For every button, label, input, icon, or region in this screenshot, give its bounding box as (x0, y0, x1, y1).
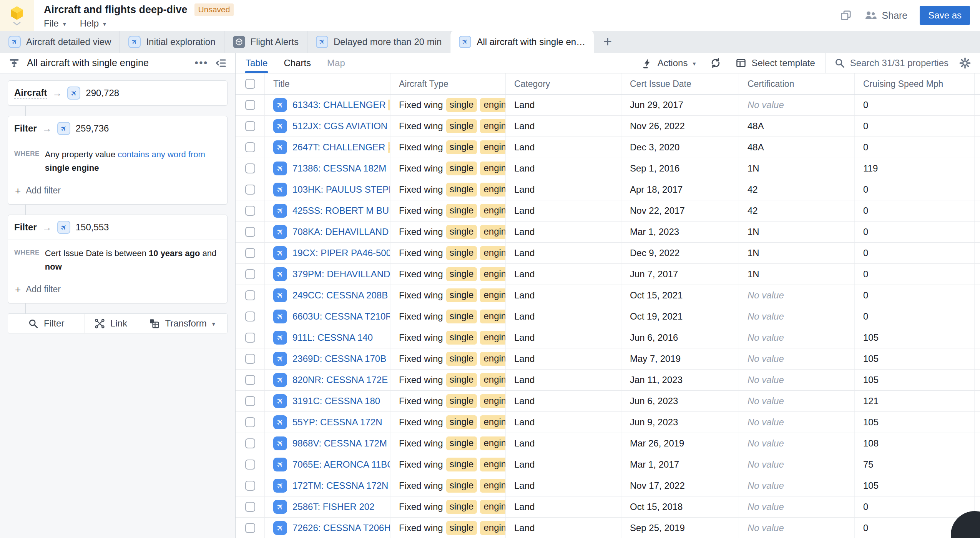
transform-node-button[interactable]: Transform▾ (137, 314, 227, 333)
column-header-cruising-speed-mph[interactable]: Cruising Speed Mph (855, 73, 975, 94)
workbook-tab-label: All aircraft with single en… (477, 37, 585, 47)
select-all-checkbox[interactable] (245, 79, 255, 89)
add-tab-button[interactable]: + (594, 31, 621, 53)
row-checkbox[interactable] (245, 311, 255, 321)
row-checkbox[interactable] (245, 417, 255, 427)
row-checkbox-cell (236, 116, 265, 137)
row-checkbox[interactable] (245, 206, 255, 216)
column-header-overflow (975, 73, 980, 94)
object-link[interactable]: 512JX: CGS AVIATION SING (292, 121, 390, 132)
title-text: 6603U: CESSNA T210R (292, 311, 390, 321)
result-count: 290,728 (86, 88, 119, 98)
table-row: ✈9868V: CESSNA 172MFixed wingsingleengin… (236, 433, 980, 454)
row-checkbox[interactable] (245, 227, 255, 237)
row-checkbox[interactable] (245, 523, 255, 533)
object-link[interactable]: 19CX: PIPER PA46-500TP (292, 248, 390, 258)
save-as-button[interactable]: Save as (920, 6, 970, 25)
column-header-aircraft-type[interactable]: Aircraft Type (390, 73, 506, 94)
column-header-certification[interactable]: Certification (739, 73, 855, 94)
card-label[interactable]: Aircraft (14, 87, 47, 99)
filter-node-button[interactable]: Filter (8, 314, 85, 333)
card-header[interactable]: Filter→✈150,553 (8, 215, 227, 240)
object-link[interactable]: 249CC: CESSNA 208B (292, 290, 388, 301)
row-checkbox[interactable] (245, 142, 255, 152)
link-node-button[interactable]: Link (85, 314, 138, 333)
row-checkbox[interactable] (245, 100, 255, 110)
object-link[interactable]: 2586T: FISHER 202 (292, 501, 374, 512)
cell-cert-issue-date: Mar 26, 2019 (621, 433, 739, 454)
object-link[interactable]: 172TM: CESSNA 172N (292, 480, 388, 491)
row-checkbox[interactable] (245, 163, 255, 173)
workbook-tab[interactable]: ✈Initial exploration (120, 31, 224, 53)
row-checkbox[interactable] (245, 354, 255, 364)
actions-button[interactable]: Actions ▾ (635, 53, 703, 73)
type-text: Fixed wing (399, 269, 443, 280)
search-highlight: engine (480, 267, 506, 281)
view-tab-charts[interactable]: Charts (284, 53, 311, 73)
copy-icon[interactable] (840, 10, 852, 21)
object-link[interactable]: 9868V: CESSNA 172M (292, 438, 387, 449)
object-link[interactable]: 7065E: AERONCA 11BC (292, 459, 390, 470)
clause-segment[interactable]: contains any word from (118, 150, 205, 159)
row-checkbox[interactable] (245, 185, 255, 195)
add-filter-button[interactable]: +Add filter (14, 273, 221, 299)
object-link[interactable]: 72626: CESSNA T206H (292, 523, 390, 533)
menu-help[interactable]: Help▾ (80, 18, 106, 29)
object-link[interactable]: 71386: CESSNA 182M (292, 163, 386, 174)
row-checkbox[interactable] (245, 481, 255, 491)
row-checkbox[interactable] (245, 502, 255, 512)
collapse-panel-icon[interactable] (215, 57, 227, 69)
airplane-icon: ✈ (273, 162, 287, 175)
object-link[interactable]: 820NR: CESSNA 172E (292, 375, 388, 385)
object-link[interactable]: 3191C: CESSNA 180 (292, 396, 380, 406)
cell-overflow (975, 412, 980, 433)
select-template-button[interactable]: Select template (728, 53, 822, 73)
type-text: Fixed wing (399, 353, 443, 364)
object-link[interactable]: 61343: CHALLENGER SINGI (292, 100, 390, 110)
search-highlight: engine (480, 225, 506, 239)
cell-category: Land (506, 348, 621, 369)
row-checkbox[interactable] (245, 396, 255, 406)
workbook-tab[interactable]: ✈All aircraft with single en… (450, 31, 594, 53)
search-highlight: single (446, 246, 477, 260)
row-checkbox[interactable] (245, 375, 255, 385)
card-header[interactable]: Aircraft→✈290,728 (8, 81, 227, 105)
row-checkbox[interactable] (245, 269, 255, 279)
object-link[interactable]: 2647T: CHALLENGER SINGI (292, 142, 390, 153)
view-tab-table[interactable]: Table (246, 53, 267, 73)
menu-file[interactable]: File▾ (44, 18, 66, 29)
type-text: Fixed wing (399, 523, 443, 533)
object-link[interactable]: 425SS: ROBERT M BURNET (292, 205, 390, 216)
cell-cert-issue-date: Nov 26, 2022 (621, 116, 739, 137)
row-checkbox[interactable] (245, 248, 255, 258)
row-checkbox[interactable] (245, 333, 255, 343)
column-header-cert-issue-date[interactable]: Cert Issue Date (621, 73, 739, 94)
type-text: Fixed wing (399, 248, 443, 258)
table-settings-button[interactable] (957, 53, 980, 73)
object-link[interactable]: 379PM: DEHAVILLAND D… (292, 269, 390, 280)
view-tab-map[interactable]: Map (327, 53, 345, 73)
property-search[interactable]: Search 31/31 properties (826, 53, 957, 73)
workbook-tab[interactable]: Flight Alerts (224, 31, 307, 53)
object-link[interactable]: 103HK: PAULUS STEPHEN . (292, 184, 390, 195)
workbook-tab[interactable]: ✈Aircraft detailed view (0, 31, 120, 53)
table-row: ✈820NR: CESSNA 172EFixed wingsingleengin… (236, 370, 980, 391)
object-link[interactable]: 911L: CESSNA 140 (292, 332, 373, 343)
row-checkbox[interactable] (245, 290, 255, 300)
object-link[interactable]: 2369D: CESSNA 170B (292, 353, 386, 364)
object-link[interactable]: 708KA: DEHAVILLAND D… (292, 227, 390, 237)
workbook-tab[interactable]: ✈Delayed more than 20 min (307, 31, 450, 53)
column-header-title[interactable]: Title (265, 73, 390, 94)
object-link[interactable]: 6603U: CESSNA T210R (292, 311, 390, 322)
share-button[interactable]: Share (864, 10, 908, 21)
card-header[interactable]: Filter→✈259,736 (8, 116, 227, 141)
app-logo[interactable] (0, 0, 34, 31)
refresh-button[interactable] (703, 53, 728, 73)
column-header-category[interactable]: Category (506, 73, 621, 94)
row-checkbox[interactable] (245, 438, 255, 448)
more-icon[interactable]: ••• (195, 57, 208, 68)
object-link[interactable]: 55YP: CESSNA 172N (292, 417, 382, 428)
row-checkbox[interactable] (245, 121, 255, 131)
row-checkbox[interactable] (245, 460, 255, 470)
add-filter-button[interactable]: +Add filter (14, 175, 221, 200)
